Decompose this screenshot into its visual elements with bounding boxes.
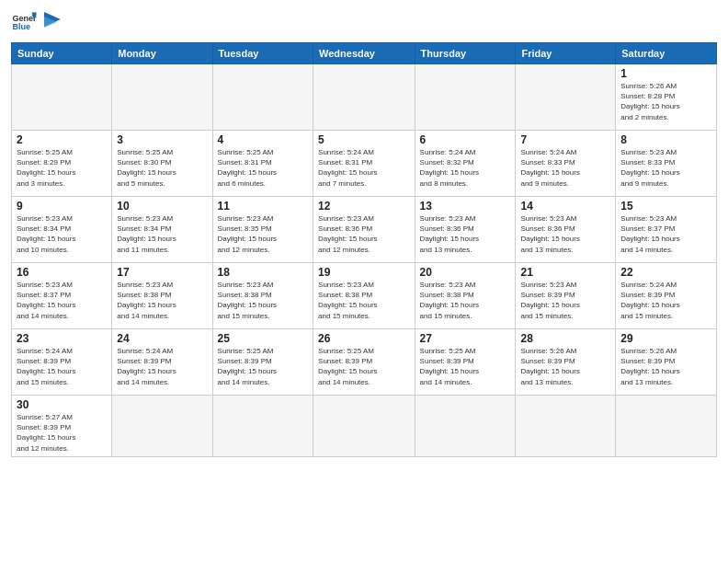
header: General Blue [11, 9, 717, 35]
day-info: Sunrise: 5:24 AM Sunset: 8:39 PM Dayligh… [620, 280, 711, 321]
day-info: Sunrise: 5:23 AM Sunset: 8:38 PM Dayligh… [117, 280, 207, 321]
day-info: Sunrise: 5:23 AM Sunset: 8:38 PM Dayligh… [420, 280, 511, 321]
calendar-day-cell: 3Sunrise: 5:25 AM Sunset: 8:30 PM Daylig… [112, 131, 212, 197]
weekday-header-row: SundayMondayTuesdayWednesdayThursdayFrid… [12, 43, 717, 64]
weekday-header-wednesday: Wednesday [313, 43, 415, 64]
weekday-header-monday: Monday [112, 43, 212, 64]
calendar-day-cell: 13Sunrise: 5:23 AM Sunset: 8:36 PM Dayli… [415, 197, 516, 263]
day-number: 19 [318, 266, 410, 279]
calendar-week-row: 23Sunrise: 5:24 AM Sunset: 8:39 PM Dayli… [12, 329, 717, 396]
day-number: 18 [218, 266, 308, 279]
calendar-day-cell: 27Sunrise: 5:25 AM Sunset: 8:39 PM Dayli… [415, 329, 516, 396]
calendar-day-cell: 24Sunrise: 5:24 AM Sunset: 8:39 PM Dayli… [112, 329, 212, 396]
day-number: 15 [620, 200, 711, 213]
calendar-day-cell: 22Sunrise: 5:24 AM Sunset: 8:39 PM Dayli… [616, 263, 717, 329]
calendar-day-cell: 16Sunrise: 5:23 AM Sunset: 8:37 PM Dayli… [12, 263, 112, 329]
day-number: 20 [420, 266, 511, 279]
calendar-day-cell: 7Sunrise: 5:24 AM Sunset: 8:33 PM Daylig… [516, 131, 616, 197]
day-info: Sunrise: 5:25 AM Sunset: 8:39 PM Dayligh… [318, 346, 410, 387]
day-info: Sunrise: 5:24 AM Sunset: 8:31 PM Dayligh… [318, 147, 410, 189]
calendar-week-row: 1Sunrise: 5:26 AM Sunset: 8:28 PM Daylig… [12, 64, 717, 131]
calendar-day-cell [212, 396, 313, 457]
calendar-day-cell [212, 64, 313, 131]
calendar-day-cell [112, 396, 212, 457]
day-info: Sunrise: 5:23 AM Sunset: 8:38 PM Dayligh… [218, 280, 308, 321]
day-info: Sunrise: 5:23 AM Sunset: 8:34 PM Dayligh… [17, 213, 107, 255]
day-info: Sunrise: 5:23 AM Sunset: 8:33 PM Dayligh… [620, 147, 711, 189]
day-info: Sunrise: 5:26 AM Sunset: 8:39 PM Dayligh… [620, 346, 711, 387]
day-number: 7 [520, 133, 610, 146]
weekday-header-sunday: Sunday [12, 43, 112, 64]
calendar-day-cell: 20Sunrise: 5:23 AM Sunset: 8:38 PM Dayli… [415, 263, 516, 329]
calendar-day-cell: 10Sunrise: 5:23 AM Sunset: 8:34 PM Dayli… [112, 197, 212, 263]
calendar-day-cell [313, 396, 415, 457]
logo-icon: General Blue [11, 9, 37, 35]
day-number: 12 [318, 200, 410, 213]
calendar-day-cell: 28Sunrise: 5:26 AM Sunset: 8:39 PM Dayli… [516, 329, 616, 396]
calendar-day-cell: 19Sunrise: 5:23 AM Sunset: 8:38 PM Dayli… [313, 263, 415, 329]
day-info: Sunrise: 5:24 AM Sunset: 8:39 PM Dayligh… [17, 346, 107, 387]
calendar-day-cell: 14Sunrise: 5:23 AM Sunset: 8:36 PM Dayli… [516, 197, 616, 263]
calendar-week-row: 16Sunrise: 5:23 AM Sunset: 8:37 PM Dayli… [12, 263, 717, 329]
day-info: Sunrise: 5:24 AM Sunset: 8:32 PM Dayligh… [420, 147, 511, 189]
weekday-header-thursday: Thursday [415, 43, 516, 64]
calendar-day-cell: 25Sunrise: 5:25 AM Sunset: 8:39 PM Dayli… [212, 329, 313, 396]
calendar-day-cell [12, 64, 112, 131]
day-info: Sunrise: 5:24 AM Sunset: 8:33 PM Dayligh… [520, 147, 610, 189]
day-info: Sunrise: 5:23 AM Sunset: 8:38 PM Dayligh… [318, 280, 410, 321]
day-number: 25 [218, 332, 308, 345]
calendar-day-cell: 21Sunrise: 5:23 AM Sunset: 8:39 PM Dayli… [516, 263, 616, 329]
calendar-day-cell: 15Sunrise: 5:23 AM Sunset: 8:37 PM Dayli… [616, 197, 717, 263]
page: General Blue SundayMondayTuesdayWednesda… [0, 0, 728, 563]
day-info: Sunrise: 5:23 AM Sunset: 8:37 PM Dayligh… [620, 213, 711, 255]
calendar-day-cell: 2Sunrise: 5:25 AM Sunset: 8:29 PM Daylig… [12, 131, 112, 197]
day-number: 6 [420, 133, 511, 146]
calendar-day-cell: 8Sunrise: 5:23 AM Sunset: 8:33 PM Daylig… [616, 131, 717, 197]
day-number: 1 [620, 67, 711, 80]
day-number: 8 [620, 133, 711, 146]
calendar-day-cell [313, 64, 415, 131]
day-number: 24 [117, 332, 207, 345]
day-number: 4 [218, 133, 308, 146]
calendar-day-cell: 11Sunrise: 5:23 AM Sunset: 8:35 PM Dayli… [212, 197, 313, 263]
day-number: 11 [218, 200, 308, 213]
day-number: 16 [17, 266, 107, 279]
calendar-day-cell [516, 64, 616, 131]
calendar-day-cell: 17Sunrise: 5:23 AM Sunset: 8:38 PM Dayli… [112, 263, 212, 329]
day-number: 17 [117, 266, 207, 279]
day-number: 27 [420, 332, 511, 345]
day-info: Sunrise: 5:25 AM Sunset: 8:30 PM Dayligh… [117, 147, 207, 189]
day-number: 21 [520, 266, 610, 279]
calendar-day-cell: 12Sunrise: 5:23 AM Sunset: 8:36 PM Dayli… [313, 197, 415, 263]
day-info: Sunrise: 5:24 AM Sunset: 8:39 PM Dayligh… [117, 346, 207, 387]
calendar-day-cell [415, 396, 516, 457]
day-info: Sunrise: 5:23 AM Sunset: 8:34 PM Dayligh… [117, 213, 207, 255]
day-number: 10 [117, 200, 207, 213]
weekday-header-tuesday: Tuesday [212, 43, 313, 64]
day-info: Sunrise: 5:25 AM Sunset: 8:29 PM Dayligh… [17, 147, 107, 189]
calendar-day-cell: 18Sunrise: 5:23 AM Sunset: 8:38 PM Dayli… [212, 263, 313, 329]
calendar-day-cell [415, 64, 516, 131]
calendar-week-row: 30Sunrise: 5:27 AM Sunset: 8:39 PM Dayli… [12, 396, 717, 457]
day-number: 2 [17, 133, 107, 146]
day-info: Sunrise: 5:23 AM Sunset: 8:36 PM Dayligh… [318, 213, 410, 255]
calendar-day-cell: 6Sunrise: 5:24 AM Sunset: 8:32 PM Daylig… [415, 131, 516, 197]
logo-triangle-icon [44, 12, 61, 32]
calendar-table: SundayMondayTuesdayWednesdayThursdayFrid… [11, 42, 717, 457]
day-number: 26 [318, 332, 410, 345]
calendar-day-cell: 9Sunrise: 5:23 AM Sunset: 8:34 PM Daylig… [12, 197, 112, 263]
day-info: Sunrise: 5:23 AM Sunset: 8:36 PM Dayligh… [520, 213, 610, 255]
calendar-day-cell: 29Sunrise: 5:26 AM Sunset: 8:39 PM Dayli… [616, 329, 717, 396]
day-info: Sunrise: 5:27 AM Sunset: 8:39 PM Dayligh… [17, 412, 107, 454]
day-number: 30 [17, 398, 107, 411]
calendar-day-cell: 4Sunrise: 5:25 AM Sunset: 8:31 PM Daylig… [212, 131, 313, 197]
calendar-day-cell [112, 64, 212, 131]
day-number: 13 [420, 200, 511, 213]
day-info: Sunrise: 5:25 AM Sunset: 8:39 PM Dayligh… [420, 346, 511, 387]
day-number: 28 [520, 332, 610, 345]
day-number: 9 [17, 200, 107, 213]
day-info: Sunrise: 5:23 AM Sunset: 8:39 PM Dayligh… [520, 280, 610, 321]
calendar-week-row: 9Sunrise: 5:23 AM Sunset: 8:34 PM Daylig… [12, 197, 717, 263]
day-number: 29 [620, 332, 711, 345]
day-info: Sunrise: 5:23 AM Sunset: 8:36 PM Dayligh… [420, 213, 511, 255]
